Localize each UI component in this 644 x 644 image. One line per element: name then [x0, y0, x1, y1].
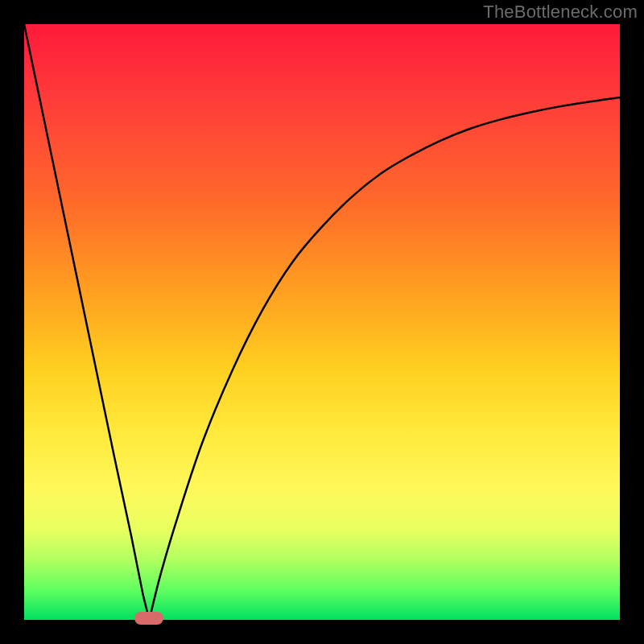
right-branch-path — [149, 97, 620, 620]
attribution-text: TheBottleneck.com — [483, 2, 638, 23]
plot-area — [24, 24, 620, 620]
bottleneck-curve — [24, 24, 620, 620]
chart-frame: TheBottleneck.com — [0, 0, 644, 644]
minimum-marker — [134, 612, 163, 625]
left-branch-path — [24, 24, 149, 620]
